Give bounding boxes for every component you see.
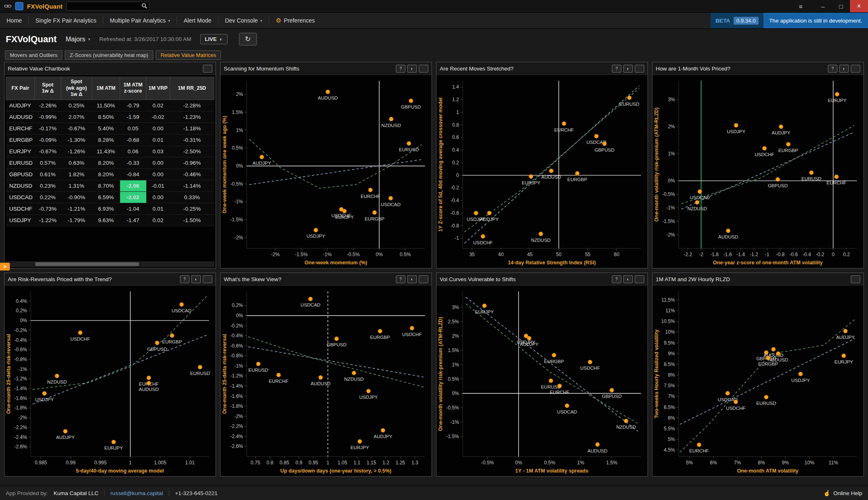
point-NZDUSD[interactable]: [695, 200, 699, 205]
maximize-panel-icon[interactable]: [635, 65, 644, 73]
point-USDCHF[interactable]: [588, 360, 592, 364]
point-EURGBP[interactable]: [786, 142, 790, 146]
point-USDJPY[interactable]: [42, 391, 46, 395]
point-USDCAD[interactable]: [565, 404, 569, 408]
point-EURJPY[interactable]: [342, 209, 346, 213]
table-row[interactable]: EURGBP-0.09%-1.30%8.28%-0.680.01-0.31%: [6, 134, 214, 145]
point-NZDUSD[interactable]: [539, 232, 543, 236]
search-icon[interactable]: [141, 3, 147, 10]
point-EURCHF[interactable]: [697, 443, 701, 447]
tab-z-scores-vulnerability-heat-map-[interactable]: Z-Scores (vulnerability heat map): [65, 50, 153, 60]
live-toggle[interactable]: LIVE ◐: [200, 34, 227, 44]
column-header[interactable]: Spot (wk ago) 1w Δ: [61, 77, 92, 100]
table-row[interactable]: AUDUSD-0.99%2.07%8.50%-1.59-0.02-1.23%: [6, 111, 214, 123]
point-USDJPY[interactable]: [734, 123, 738, 127]
close-button[interactable]: ×: [850, 0, 868, 12]
search-input[interactable]: [66, 2, 149, 11]
maximize-panel-icon[interactable]: [203, 65, 212, 73]
point-NZDUSD[interactable]: [55, 374, 59, 378]
table-row[interactable]: AUDJPY-2.26%0.25%11.50%-0.790.02-2.28%: [6, 100, 214, 111]
point-USDCAD[interactable]: [180, 302, 184, 307]
menu-item-single-fx-pair-analytics[interactable]: Single FX Pair Analytics: [29, 13, 103, 28]
point-NZDUSD[interactable]: [776, 352, 780, 356]
point-USDJPY[interactable]: [798, 372, 802, 376]
point-USDCHF[interactable]: [481, 234, 485, 239]
point-USDJPY[interactable]: [474, 211, 478, 215]
refresh-button[interactable]: ↻: [239, 33, 257, 45]
contrast-icon[interactable]: ◐: [407, 65, 417, 73]
point-AUDJPY[interactable]: [487, 211, 491, 215]
maximize-button[interactable]: □: [832, 0, 850, 12]
column-header[interactable]: 1M VRP: [146, 77, 170, 100]
point-USDJPY[interactable]: [366, 389, 370, 393]
table-row[interactable]: USDCHF-0.73%-1.21%6.93%-1.040.01-0.25%: [6, 203, 214, 214]
point-EURCHF[interactable]: [147, 376, 151, 380]
scrollbar-thumb[interactable]: [35, 262, 139, 266]
point-AUDUSD[interactable]: [549, 169, 553, 173]
point-EURJPY[interactable]: [529, 175, 533, 179]
menu-item-alert-mode[interactable]: Alert Mode: [177, 13, 218, 28]
online-help-button[interactable]: ☝ Online Help: [823, 490, 862, 496]
contrast-icon[interactable]: ◐: [407, 275, 417, 283]
point-GBPUSD[interactable]: [610, 388, 614, 392]
point-EURJPY[interactable]: [111, 440, 116, 444]
column-header[interactable]: FX Pair: [6, 77, 35, 100]
point-EURCHF[interactable]: [368, 188, 373, 192]
point-AUDUSD[interactable]: [318, 375, 323, 380]
point-NZDUSD[interactable]: [389, 117, 393, 121]
point-EURUSD[interactable]: [764, 395, 768, 399]
column-header[interactable]: 1M ATM z-score: [120, 77, 146, 100]
maximize-panel-icon[interactable]: [635, 275, 644, 283]
point-EURGBP[interactable]: [170, 334, 174, 338]
point-EURCHF[interactable]: [277, 373, 281, 377]
point-EURJPY[interactable]: [842, 354, 846, 358]
point-USDCAD[interactable]: [594, 134, 598, 138]
point-AUDUSD[interactable]: [595, 443, 600, 447]
point-EURCHF[interactable]: [557, 384, 561, 388]
point-AUDJPY[interactable]: [63, 429, 67, 433]
point-AUDUSD[interactable]: [726, 229, 730, 233]
menu-item-home[interactable]: Home: [0, 13, 28, 28]
maximize-panel-icon[interactable]: [419, 65, 428, 73]
point-GBPUSD[interactable]: [334, 336, 339, 341]
point-EURGBP[interactable]: [378, 329, 382, 333]
point-EURGBP[interactable]: [373, 211, 377, 215]
menu-item-dev-console[interactable]: Dev Console▾: [218, 13, 269, 28]
menu-item-preferences[interactable]: ⚙Preferences: [269, 13, 321, 28]
contrast-icon[interactable]: ◐: [623, 65, 633, 73]
point-AUDJPY[interactable]: [843, 329, 848, 333]
point-EURUSD[interactable]: [627, 96, 632, 100]
maximize-panel-icon[interactable]: [203, 275, 212, 283]
contrast-icon[interactable]: ◐: [191, 275, 201, 283]
point-EURJPY[interactable]: [482, 304, 486, 308]
tab-relative-value-matrices[interactable]: Relative Value Matrices: [156, 50, 221, 60]
point-EURCHF[interactable]: [562, 122, 566, 126]
point-EURGBP[interactable]: [575, 171, 579, 175]
point-GBPUSD[interactable]: [602, 142, 607, 146]
scope-dropdown[interactable]: Majors ▾: [66, 36, 90, 43]
point-USDCAD[interactable]: [698, 189, 702, 193]
help-icon[interactable]: ?: [396, 275, 405, 283]
point-USDCAD[interactable]: [389, 196, 393, 200]
point-EURJPY[interactable]: [835, 92, 839, 96]
horizontal-scrollbar[interactable]: [6, 261, 214, 267]
point-AUDJPY[interactable]: [779, 125, 783, 129]
point-USDCHF[interactable]: [734, 400, 738, 404]
point-USDCHF[interactable]: [410, 326, 414, 330]
point-USDCAD[interactable]: [309, 297, 313, 301]
hamburger-menu-icon[interactable]: ≡: [792, 0, 810, 12]
maximize-panel-icon[interactable]: [851, 275, 860, 283]
side-panel-toggle[interactable]: >: [0, 263, 10, 270]
point-EURCHF[interactable]: [834, 175, 838, 179]
minimize-button[interactable]: –: [814, 0, 832, 12]
point-EURGBP[interactable]: [766, 356, 770, 360]
help-icon[interactable]: ?: [396, 65, 405, 73]
point-USDCHF[interactable]: [78, 331, 82, 335]
point-AUDUSD[interactable]: [326, 90, 330, 94]
point-AUDUSD[interactable]: [147, 381, 151, 385]
point-NZDUSD[interactable]: [352, 371, 356, 375]
contrast-icon[interactable]: ◐: [839, 65, 849, 73]
point-GBPUSD[interactable]: [776, 177, 780, 182]
point-EURUSD[interactable]: [256, 362, 260, 366]
help-icon[interactable]: ?: [612, 65, 621, 73]
